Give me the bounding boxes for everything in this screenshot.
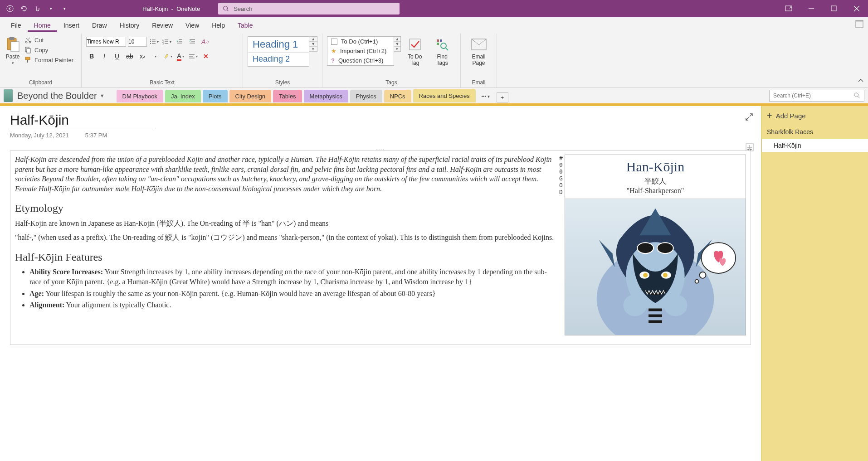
svg-rect-22: [437, 43, 439, 45]
card-title: Han-Kōjin: [567, 158, 744, 176]
tags-gallery[interactable]: To Do (Ctrl+1) ★Important (Ctrl+2) ?Ques…: [327, 36, 394, 66]
menu-insert[interactable]: Insert: [57, 19, 86, 32]
feature-ability[interactable]: Ability Score Increases: Your Strength i…: [29, 267, 557, 286]
bold-button[interactable]: B: [86, 51, 97, 62]
style-heading2[interactable]: Heading 2: [248, 53, 309, 66]
tags-up[interactable]: ▲: [394, 37, 400, 42]
close-button[interactable]: [845, 0, 868, 17]
todo-tag-button[interactable]: To Do Tag: [401, 36, 429, 66]
menu-history[interactable]: History: [113, 19, 146, 32]
section-tab-races[interactable]: Races and Species: [413, 89, 476, 102]
notebook-name[interactable]: Beyond the Boulder: [17, 91, 97, 101]
font-color-button[interactable]: A: [175, 51, 186, 62]
qat-more-caret[interactable]: ▾: [59, 3, 70, 14]
add-section-button[interactable]: +: [497, 92, 508, 102]
back-button[interactable]: [5, 3, 15, 14]
cut-button[interactable]: Cut: [24, 36, 73, 44]
features-heading[interactable]: Half-Kōjin Features: [15, 250, 557, 264]
minimize-button[interactable]: [800, 0, 823, 17]
italic-button[interactable]: I: [99, 51, 110, 62]
page-item-half-kojin[interactable]: Half-Kōjin: [761, 139, 868, 152]
menu-file[interactable]: File: [5, 19, 28, 32]
collapse-ribbon-button[interactable]: [857, 77, 864, 86]
notebook-caret[interactable]: ▼: [100, 93, 105, 98]
expand-page-button[interactable]: [745, 112, 754, 123]
fullscreen-toggle[interactable]: [855, 20, 863, 29]
section-tab-plots[interactable]: Plots: [203, 90, 228, 102]
email-page-button[interactable]: Email Page: [465, 36, 492, 66]
section-tab-npcs[interactable]: NPCs: [384, 90, 411, 102]
numbering-button[interactable]: 123: [161, 36, 172, 47]
styles-down[interactable]: ▼: [309, 42, 317, 47]
delete-button[interactable]: ✕: [200, 51, 211, 62]
section-tab-city-design[interactable]: City Design: [229, 90, 271, 102]
svg-point-39: [637, 243, 653, 253]
section-overflow-button[interactable]: ••• ▾: [478, 90, 494, 102]
subscript-button[interactable]: x₂: [137, 51, 148, 62]
menu-draw[interactable]: Draw: [86, 19, 113, 32]
page-date[interactable]: Monday, July 12, 2021: [10, 132, 69, 139]
indent-button[interactable]: [187, 36, 198, 47]
tag-important[interactable]: ★Important (Ctrl+2): [327, 46, 394, 56]
notebook-search[interactable]: Search (Ctrl+E): [769, 90, 864, 102]
outdent-button[interactable]: [174, 36, 185, 47]
highlight-button[interactable]: [162, 51, 173, 62]
ribbon-display-button[interactable]: [777, 0, 800, 17]
page-title[interactable]: Half-Kōjin: [10, 112, 155, 129]
menu-home[interactable]: Home: [28, 19, 57, 32]
tags-down[interactable]: ▼: [394, 42, 400, 47]
font-size-select[interactable]: [128, 37, 147, 47]
tag-todo[interactable]: To Do (Ctrl+1): [327, 37, 394, 46]
lead-paragraph[interactable]: Half-Kōjin are descended from the union …: [15, 155, 557, 194]
svg-text:3: 3: [162, 42, 164, 45]
undo-button[interactable]: [18, 3, 29, 14]
feature-alignment[interactable]: Alignment: Your alignment is typically C…: [29, 300, 557, 310]
feature-age[interactable]: Age: Your lifespan is roughly the same a…: [29, 289, 557, 299]
qat-caret[interactable]: ▾: [45, 3, 56, 14]
tags-group-label: Tags: [327, 78, 456, 87]
styles-group-label: Styles: [248, 78, 317, 87]
copy-button[interactable]: Copy: [24, 46, 73, 53]
menu-help[interactable]: Help: [205, 19, 231, 32]
section-tab-tables[interactable]: Tables: [273, 90, 302, 102]
paste-button[interactable]: Paste ▾: [5, 36, 21, 65]
infobox-card[interactable]: # 0 0 G O D Han-Kōjin 半鮫人 "Half-Sharkper…: [565, 155, 746, 335]
tag-question[interactable]: ?Question (Ctrl+3): [327, 56, 394, 65]
find-tags-button[interactable]: Find Tags: [429, 36, 456, 66]
notebook-icon[interactable]: [4, 89, 13, 102]
content-container[interactable]: ◂ ▸ Half-Kōjin are descended from the un…: [10, 150, 751, 345]
styles-more[interactable]: ▾: [309, 47, 317, 52]
etymology-heading[interactable]: Etymology: [15, 201, 557, 215]
menu-review[interactable]: Review: [146, 19, 179, 32]
maximize-button[interactable]: [823, 0, 845, 17]
svg-point-15: [150, 41, 151, 42]
align-button[interactable]: [188, 51, 199, 62]
font-name-select[interactable]: [86, 37, 126, 47]
menu-table[interactable]: Table: [231, 19, 259, 32]
section-tab-ja-index[interactable]: Ja. Index: [165, 90, 201, 102]
format-painter-button[interactable]: Format Painter: [24, 56, 73, 63]
bullets-button[interactable]: [149, 36, 160, 47]
page-item-sharkfolk[interactable]: Sharkfolk Races: [761, 126, 868, 139]
svg-rect-23: [440, 39, 442, 42]
subscript-caret[interactable]: [150, 51, 161, 62]
underline-button[interactable]: U: [112, 51, 122, 62]
tags-more[interactable]: ▾: [394, 47, 400, 52]
search-box[interactable]: Search: [218, 3, 400, 15]
styles-up[interactable]: ▲: [309, 37, 317, 42]
section-tab-dm-playbook[interactable]: DM Playbook: [117, 90, 163, 102]
etymology-p2[interactable]: "half-," (when used as a prefix). The On…: [15, 233, 557, 243]
styles-gallery[interactable]: Heading 1 Heading 2: [248, 36, 309, 67]
svg-rect-21: [437, 39, 439, 42]
menu-view[interactable]: View: [179, 19, 205, 32]
add-page-button[interactable]: + Add Page: [761, 106, 868, 126]
page-time[interactable]: 5:37 PM: [85, 132, 107, 139]
strike-button[interactable]: ab: [124, 51, 135, 62]
section-tab-metaphysics[interactable]: Metaphysics: [304, 90, 348, 102]
etymology-p1[interactable]: Half-Kōjin are known in Japanese as Han-…: [15, 218, 557, 228]
touch-mode-button[interactable]: [32, 3, 43, 14]
section-tab-physics[interactable]: Physics: [350, 90, 382, 102]
clear-formatting-button[interactable]: A◇: [200, 36, 210, 47]
style-heading1[interactable]: Heading 1: [248, 37, 309, 53]
svg-point-33: [663, 273, 668, 277]
